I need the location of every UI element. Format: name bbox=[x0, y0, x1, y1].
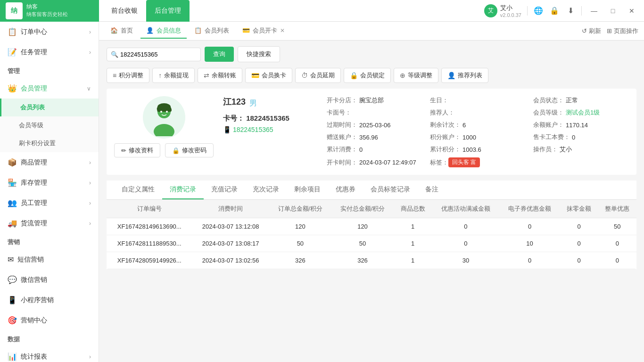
minimize-button[interactable]: — bbox=[587, 4, 601, 17]
nav-tab-backend[interactable]: 后台管理 bbox=[146, 0, 190, 22]
tab-member-list-label: 会员列表 bbox=[205, 26, 229, 35]
lock-icon[interactable]: 🔒 bbox=[549, 6, 560, 16]
edit-password-button[interactable]: 🔒 修改密码 bbox=[165, 143, 214, 157]
sub-tab-notes[interactable]: 备注 bbox=[418, 181, 446, 199]
cell-time: 2024-03-07 13:02:56 bbox=[192, 252, 269, 269]
cell-paid: 120 bbox=[331, 218, 394, 235]
sidebar-label-staff: 员工管理 bbox=[21, 199, 47, 207]
sidebar-item-sms[interactable]: ✉ 短信营销 bbox=[0, 249, 99, 270]
level-adjust-button[interactable]: ⊕ 等级调整 bbox=[394, 68, 438, 83]
divider bbox=[527, 6, 528, 16]
svg-point-5 bbox=[166, 111, 168, 113]
sidebar: 📋 订单中心 › 📝 任务管理 › 管理 👑 会员管理 ∨ 会员列表 会员等级 … bbox=[0, 22, 99, 362]
points-adjust-label: 积分调整 bbox=[119, 71, 143, 80]
card-lock-button[interactable]: 🔒 会员锁定 bbox=[344, 68, 391, 83]
tab-member-list[interactable]: 📋 会员列表 bbox=[189, 24, 235, 39]
sub-tab-charge-times[interactable]: 充次记录 bbox=[245, 181, 287, 199]
col-total: 订单总金额/积分 bbox=[269, 200, 331, 218]
version: v2.0.0.37 bbox=[500, 12, 521, 18]
sub-tab-coupons[interactable]: 优惠券 bbox=[328, 181, 363, 199]
cell-coupon: 0 bbox=[500, 252, 560, 269]
edit-password-label: 修改密码 bbox=[182, 146, 206, 155]
edit-icon: ✏ bbox=[121, 147, 126, 154]
card-extend-button[interactable]: ⏱ 会员延期 bbox=[295, 68, 341, 83]
card-replace-button[interactable]: 💳 会员换卡 bbox=[245, 68, 292, 83]
chevron-reports: › bbox=[89, 354, 91, 360]
content-area: 🏠 首页 👤 会员信息 📋 会员列表 💳 会员开卡 ✕ bbox=[99, 22, 644, 362]
sidebar-item-card-points[interactable]: 刷卡积分设置 bbox=[0, 134, 99, 152]
cell-time: 2024-03-07 13:08:17 bbox=[192, 235, 269, 252]
cell-order_no: XF167428149613690... bbox=[107, 218, 192, 235]
globe-icon[interactable]: 🌐 bbox=[533, 6, 544, 16]
tab-list: 🏠 首页 👤 会员信息 📋 会员列表 💳 会员开卡 ✕ bbox=[105, 24, 290, 39]
sub-tab-custom[interactable]: 自定义属性 bbox=[114, 181, 162, 199]
sub-tab-consume[interactable]: 消费记录 bbox=[162, 181, 204, 199]
cell-discount: 0 bbox=[432, 218, 499, 235]
cell-discount: 30 bbox=[432, 252, 499, 269]
nav-tab-frontend[interactable]: 前台收银 bbox=[103, 0, 146, 22]
sidebar-item-wechat[interactable]: 💬 微信营销 bbox=[0, 270, 99, 290]
sidebar-item-marketing-center[interactable]: 🎯 营销中心 bbox=[0, 310, 99, 330]
chevron-inventory: › bbox=[89, 180, 91, 186]
sidebar-label-logistics: 货流管理 bbox=[21, 219, 47, 228]
cell-whole: 0 bbox=[598, 252, 636, 269]
col-paid: 实付总金额/积分 bbox=[331, 200, 394, 218]
chevron-members: ∨ bbox=[87, 85, 91, 92]
tab-card-open[interactable]: 💳 会员开卡 ✕ bbox=[237, 24, 290, 39]
sidebar-item-members[interactable]: 👑 会员管理 ∨ bbox=[0, 78, 99, 99]
col-round: 抹零金额 bbox=[560, 200, 598, 218]
search-input[interactable] bbox=[118, 48, 194, 61]
cell-whole: 0 bbox=[598, 235, 636, 252]
tab-member-info[interactable]: 👤 会员信息 bbox=[140, 24, 187, 39]
quick-search-button[interactable]: 快捷搜索 bbox=[238, 46, 280, 62]
query-button[interactable]: 查询 bbox=[205, 47, 234, 62]
member-info-icon: 👤 bbox=[146, 27, 154, 34]
sub-tab-recharge[interactable]: 充值记录 bbox=[204, 181, 245, 199]
sidebar-item-orders[interactable]: 📋 订单中心 › bbox=[0, 22, 99, 42]
phone-value: 18224515365 bbox=[233, 126, 273, 133]
sub-tab-member-tags[interactable]: 会员标签记录 bbox=[363, 181, 418, 199]
edit-profile-button[interactable]: ✏ 修改资料 bbox=[114, 143, 160, 157]
col-order-no: 订单编号 bbox=[107, 200, 192, 218]
header: 纳 纳客 纳客留客历史轻松 前台收银 后台管理 艾 艾小 v2.0.0.37 🌐… bbox=[0, 0, 644, 22]
cell-whole: 50 bbox=[598, 218, 636, 235]
recommend-list-button[interactable]: 👤 推荐列表 bbox=[441, 68, 488, 83]
member-details: 开卡分店： 腕宝总部 生日： 会员状态： 正常 卡面号： bbox=[327, 96, 629, 167]
close-button[interactable]: ✕ bbox=[625, 4, 638, 17]
search-icon: 🔍 bbox=[111, 51, 118, 58]
tab-home[interactable]: 🏠 首页 bbox=[105, 24, 139, 39]
cell-coupon: 10 bbox=[500, 235, 560, 252]
sidebar-item-inventory[interactable]: 🏪 库存管理 › bbox=[0, 173, 99, 193]
balance-account: 余额账户： 1170.14 bbox=[533, 121, 629, 129]
tab-close-icon[interactable]: ✕ bbox=[280, 27, 285, 34]
balance-withdraw-button[interactable]: ↑ 余额提现 bbox=[152, 68, 195, 83]
card-open-icon: 💳 bbox=[242, 27, 250, 34]
balance-transfer-button[interactable]: ⇄ 余额转账 bbox=[198, 68, 242, 83]
page-op-button[interactable]: ⊞ 页面操作 bbox=[607, 27, 638, 35]
refresh-button[interactable]: ↺ 刷新 bbox=[582, 27, 601, 35]
inventory-icon: 🏪 bbox=[8, 178, 17, 187]
sidebar-item-member-list[interactable]: 会员列表 bbox=[0, 99, 99, 116]
sidebar-item-member-level[interactable]: 会员等级 bbox=[0, 116, 99, 134]
maximize-button[interactable]: □ bbox=[606, 4, 619, 17]
sidebar-item-reports[interactable]: 📊 统计报表 › bbox=[0, 346, 99, 362]
cell-total: 120 bbox=[269, 218, 331, 235]
chevron-staff: › bbox=[89, 200, 91, 206]
sidebar-item-staff[interactable]: 👥 员工管理 › bbox=[0, 193, 99, 213]
sidebar-item-tasks[interactable]: 📝 任务管理 › bbox=[0, 42, 99, 62]
sidebar-item-miniapp[interactable]: 📱 小程序营销 bbox=[0, 290, 99, 310]
points-adjust-button[interactable]: ≡ 积分调整 bbox=[107, 68, 149, 83]
sub-tab-remaining[interactable]: 剩余项目 bbox=[287, 181, 328, 199]
edit-profile-label: 修改资料 bbox=[129, 146, 153, 155]
table-row: XF167428111889530...2024-03-07 13:08:175… bbox=[107, 235, 636, 252]
sidebar-label-reports: 统计报表 bbox=[21, 353, 47, 361]
sidebar-label-marketing: 营销中心 bbox=[21, 316, 47, 325]
recommend-list-label: 推荐列表 bbox=[458, 71, 482, 80]
sidebar-item-products[interactable]: 📦 商品管理 › bbox=[0, 152, 99, 173]
user-name: 艾小 bbox=[500, 4, 521, 12]
download-icon[interactable]: ⬇ bbox=[565, 6, 576, 16]
reports-icon: 📊 bbox=[8, 352, 17, 361]
sidebar-item-logistics[interactable]: 🚚 货流管理 › bbox=[0, 213, 99, 233]
orders-icon: 📋 bbox=[8, 27, 17, 36]
staff-icon: 👥 bbox=[8, 198, 17, 207]
